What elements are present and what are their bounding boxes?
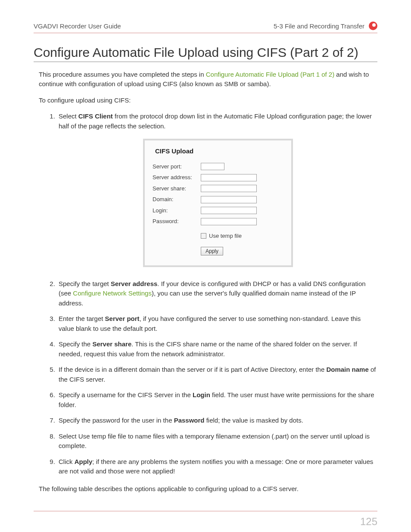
row-server-address: Server address:	[153, 173, 283, 182]
step-7: Specify the password for the user in the…	[57, 416, 377, 426]
row-login: Login:	[153, 206, 283, 215]
label-login: Login:	[153, 206, 201, 215]
step4-bold: Server share	[92, 340, 131, 348]
intro-lead: To configure upload using CIFS:	[34, 96, 377, 105]
steps-list: Select CIFS Client from the protocol dro…	[34, 112, 377, 476]
header-section: 5-3 File and Recording Transfer	[274, 22, 377, 30]
intro-paragraph: This procedure assumes you have complete…	[34, 70, 377, 89]
header-guide-title: VGADVI Recorder User Guide	[34, 22, 121, 30]
label-server-port: Server port:	[153, 162, 201, 171]
page-footer: 125	[34, 511, 377, 528]
form-title: CIFS Upload	[155, 146, 283, 156]
document-page: VGADVI Recorder User Guide 5-3 File and …	[0, 0, 411, 532]
header-section-text: 5-3 File and Recording Transfer	[274, 22, 364, 30]
row-apply: Apply	[201, 246, 283, 256]
label-password: Password:	[153, 217, 201, 226]
step-5: If the device is in a different domain t…	[57, 365, 377, 384]
input-server-share[interactable]	[201, 185, 257, 192]
input-login[interactable]	[201, 207, 257, 214]
row-server-port: Server port:	[153, 162, 283, 171]
page-header: VGADVI Recorder User Guide 5-3 File and …	[34, 22, 377, 33]
checkbox-use-temp-file[interactable]	[201, 233, 206, 239]
input-server-address[interactable]	[201, 174, 257, 181]
input-password[interactable]	[201, 218, 257, 225]
row-domain: Domain:	[153, 195, 283, 204]
step-1: Select CIFS Client from the protocol dro…	[57, 112, 377, 267]
step1-bold: CIFS Client	[78, 112, 113, 120]
step-6: Specify a username for the CIFS Server i…	[57, 390, 377, 410]
label-use-temp-file: Use temp file	[209, 232, 242, 240]
page-title: Configure Automatic File Upload using CI…	[34, 45, 377, 62]
page-number: 125	[360, 516, 377, 527]
step-2: Specify the target Server address. If yo…	[57, 279, 377, 308]
row-server-share: Server share:	[153, 184, 283, 193]
label-domain: Domain:	[153, 195, 201, 204]
step-8: Select Use temp file file to name files …	[57, 432, 377, 451]
brand-icon	[369, 22, 377, 30]
step7-bold: Password	[174, 417, 205, 424]
label-server-share: Server share:	[153, 184, 201, 193]
apply-button[interactable]: Apply	[201, 247, 223, 255]
step9-bold: Apply	[75, 458, 93, 465]
label-server-address: Server address:	[153, 173, 201, 182]
link-part1[interactable]: Configure Automatic File Upload (Part 1 …	[206, 71, 334, 78]
step-4: Specify the Server share. This is the CI…	[57, 339, 377, 359]
row-password: Password:	[153, 217, 283, 226]
input-domain[interactable]	[201, 196, 257, 203]
step6-bold: Login	[193, 391, 210, 398]
link-network-settings[interactable]: Configure Network Settings	[73, 289, 152, 297]
step-9: Click Apply; if there are any problems t…	[57, 457, 377, 476]
step5-bold: Domain name	[326, 366, 368, 373]
step-3: Enter the target Server port, if you hav…	[57, 314, 377, 333]
input-server-port[interactable]	[201, 163, 224, 170]
closing-paragraph: The following table describes the option…	[34, 484, 377, 494]
intro-pre: This procedure assumes you have complete…	[39, 71, 206, 78]
step2-bold: Server address	[111, 280, 157, 287]
row-use-temp-file: Use temp file	[201, 232, 283, 240]
step3-bold: Server port	[105, 315, 140, 322]
cifs-upload-form: CIFS Upload Server port: Server address:…	[143, 139, 293, 267]
